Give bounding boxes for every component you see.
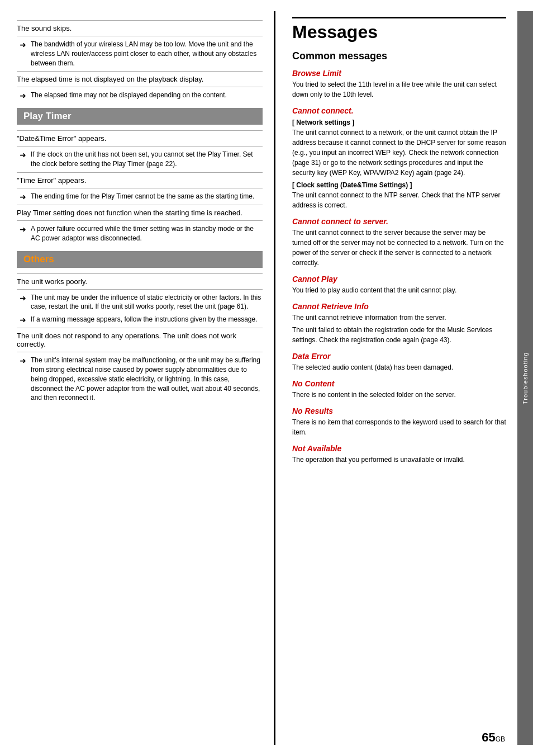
arrow-icon-5: ➜ — [20, 225, 26, 234]
arrow-icon-4: ➜ — [20, 192, 26, 201]
bullet-works-poorly-1: ➜ The unit may be under the influence of… — [17, 293, 263, 312]
no-results-heading: No Results — [292, 407, 506, 415]
bullet-sound-skips: ➜ The bandwidth of your wireless LAN may… — [17, 40, 263, 68]
cannot-connect-subheading2: [ Clock setting (Date&Time Settings) ] — [292, 181, 506, 189]
right-column: Messages Common messages Browse Limit Yo… — [274, 11, 517, 745]
cannot-retrieve-body2: The unit failed to obtain the registrati… — [292, 325, 506, 345]
data-error-heading: Data Error — [292, 352, 506, 361]
cannot-connect-heading: Cannot connect. — [292, 106, 506, 115]
no-content-body: There is no content in the selected fold… — [292, 390, 506, 400]
problem-elapsed-time: The elapsed time is not displayed on the… — [17, 71, 263, 87]
play-timer-section-header: Play Timer — [17, 108, 263, 125]
cannot-connect-server-heading: Cannot connect to server. — [292, 217, 506, 226]
bullet-time-error: ➜ The ending time for the Play Timer can… — [17, 192, 263, 201]
arrow-icon-3: ➜ — [20, 150, 26, 159]
cannot-connect-body1: The unit cannot connect to a network, or… — [292, 127, 506, 178]
messages-title: Messages — [292, 17, 506, 42]
browse-limit-body: You tried to select the 11th level in a … — [292, 79, 506, 100]
not-available-body: The operation that you performed is unav… — [292, 455, 506, 465]
arrow-icon-6: ➜ — [20, 294, 26, 303]
not-available-heading: Not Available — [292, 444, 506, 453]
bullet-no-respond: ➜ The unit's internal system may be malf… — [17, 356, 263, 403]
bullet-works-poorly-2: ➜ If a warning message appears, follow t… — [17, 315, 263, 324]
problem-works-poorly: The unit works poorly. — [17, 273, 263, 290]
browse-limit-heading: Browse Limit — [292, 69, 506, 78]
cannot-connect-body2: The unit cannot connect to the NTP serve… — [292, 190, 506, 210]
bullet-timer-no-function: ➜ A power failure occurred while the tim… — [17, 224, 263, 243]
cannot-play-body: You tried to play audio content that the… — [292, 285, 506, 295]
bullet-datetime-error: ➜ If the clock on the unit has not been … — [17, 150, 263, 169]
cannot-play-heading: Cannot Play — [292, 275, 506, 284]
common-messages-title: Common messages — [292, 50, 506, 62]
bullet-elapsed-time: ➜ The elapsed time may not be displayed … — [17, 91, 263, 100]
problem-datetime-error: "Date&Time Error" appears. — [17, 130, 263, 147]
others-section-header: Others — [17, 251, 263, 268]
page-number: 65GB — [482, 730, 505, 745]
left-column: The sound skips. ➜ The bandwidth of your… — [0, 11, 274, 745]
cannot-retrieve-heading: Cannot Retrieve Info — [292, 302, 506, 311]
data-error-body: The selected audio content (data) has be… — [292, 362, 506, 372]
problem-time-error: "Time Error" appears. — [17, 172, 263, 188]
cannot-retrieve-body1: The unit cannot retrieve information fro… — [292, 313, 506, 323]
sidebar-label: Troubleshooting — [522, 352, 529, 404]
no-results-body: There is no item that corresponds to the… — [292, 417, 506, 437]
problem-timer-no-function: Play Timer setting does not function whe… — [17, 205, 263, 221]
arrow-icon-2: ➜ — [20, 91, 26, 100]
arrow-icon-8: ➜ — [20, 356, 26, 365]
problem-sound-skips: The sound skips. — [17, 20, 263, 36]
cannot-connect-subheading1: [ Network settings ] — [292, 119, 506, 126]
no-content-heading: No Content — [292, 379, 506, 388]
arrow-icon: ➜ — [20, 40, 26, 49]
troubleshooting-sidebar: Troubleshooting — [517, 11, 533, 745]
arrow-icon-7: ➜ — [20, 315, 26, 324]
problem-no-respond: The unit does not respond to any operati… — [17, 328, 263, 352]
cannot-connect-server-body: The unit cannot connect to the server be… — [292, 228, 506, 268]
